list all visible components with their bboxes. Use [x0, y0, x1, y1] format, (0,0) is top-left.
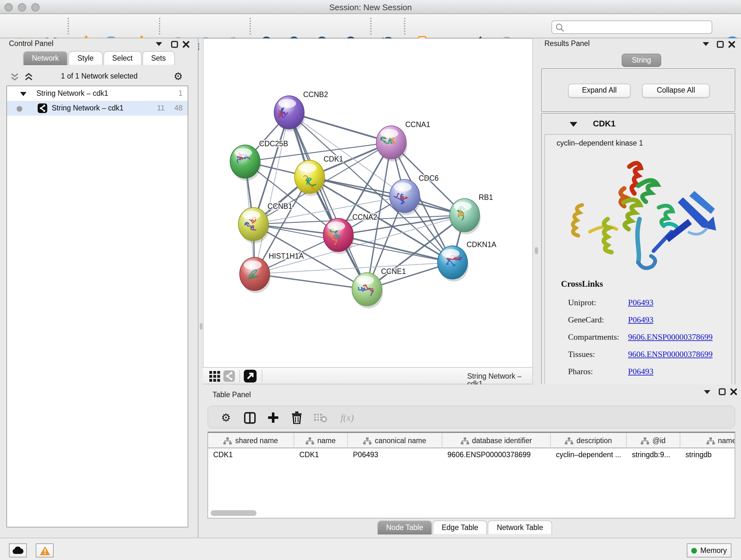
edge-HIST1H1A-CCNE1[interactable]	[255, 274, 367, 289]
node-HIST1H1A[interactable]: HIST1H1A	[240, 252, 304, 293]
float-panel-icon[interactable]	[155, 41, 163, 47]
crosslink-genecard-link[interactable]: P06493	[628, 315, 653, 325]
network-label: String Network – cdk1	[52, 104, 124, 112]
node-CCNA1[interactable]: CCNA1	[376, 120, 430, 162]
column-header-canonical-name[interactable]: canonical name	[348, 433, 442, 448]
splitter-grip	[535, 247, 538, 254]
node-label-CCNE1: CCNE1	[381, 267, 406, 275]
network-row[interactable]: String Network – cdk1 11 48	[7, 101, 188, 116]
float-panel-icon[interactable]	[703, 389, 711, 395]
maximize-panel-icon[interactable]	[171, 41, 178, 48]
crosslink-pharos-link[interactable]: P06493	[628, 367, 653, 377]
network-collection-row[interactable]: String Network – cdk1 1	[7, 86, 188, 101]
table-cell-description[interactable]: cyclin–dependent ...	[556, 451, 623, 462]
column-header--id[interactable]: @id	[627, 433, 680, 448]
collapse-all-button[interactable]: Collapse All	[642, 84, 710, 98]
edge-CCNB2-CCNE1[interactable]	[289, 112, 367, 289]
protein-section-header[interactable]: CDK1	[542, 114, 735, 133]
table-cell-canonical-name[interactable]: P06493	[353, 451, 439, 462]
function-builder-button[interactable]: f(x)	[336, 410, 358, 425]
crosslink-compartments-link[interactable]: 9606.ENSP00000378699	[628, 332, 713, 342]
node-CCNB2[interactable]: CCNB2	[274, 90, 328, 132]
hierarchy-icon	[641, 437, 649, 444]
node-label-CDC6: CDC6	[419, 174, 439, 182]
tab-network-table[interactable]: Network Table	[488, 520, 552, 535]
results-panel-header: Results Panel	[539, 38, 741, 50]
create-column-button[interactable]	[266, 410, 281, 425]
close-panel-icon[interactable]	[730, 388, 737, 395]
table-cell--id[interactable]: stringdb:9...	[632, 451, 677, 462]
network-options-gear-icon[interactable]: ⚙	[174, 70, 183, 82]
birdseye-view-button[interactable]	[208, 370, 221, 382]
table-cell-name[interactable]: CDK1	[299, 451, 344, 462]
tab-node-table[interactable]: Node Table	[377, 520, 432, 535]
table-cell-database-identifier[interactable]: 9606.ENSP00000378699	[448, 451, 547, 462]
tab-style[interactable]: Style	[68, 51, 103, 65]
tab-string[interactable]: String	[622, 54, 661, 67]
delete-table-button[interactable]	[313, 410, 328, 425]
node-label-CDC25B: CDC25B	[259, 139, 288, 148]
tab-select[interactable]: Select	[104, 51, 142, 65]
node-label-RB1: RB1	[479, 193, 493, 201]
crosslink-tissues-link[interactable]: 9606.ENSP00000378699	[628, 349, 713, 360]
network-view[interactable]: CCNB2CCNA1CDC25BCDK1CDC6RB1CCNB1CCNA2CDK…	[203, 38, 532, 367]
delete-column-button[interactable]	[289, 410, 305, 425]
tab-edge-table[interactable]: Edge Table	[433, 520, 487, 535]
node-CDKN1A[interactable]: CDKN1A	[437, 240, 496, 282]
node-CDC6[interactable]: CDC6	[390, 174, 439, 215]
table-cell-namespace[interactable]: stringdb	[685, 451, 735, 462]
table-options-gear-icon[interactable]: ⚙	[218, 410, 233, 425]
node-label-CDK1: CDK1	[324, 155, 343, 163]
left-splitter[interactable]	[199, 38, 203, 538]
open-in-browser-button[interactable]	[244, 370, 257, 382]
close-panel-icon[interactable]	[728, 41, 735, 48]
crosslink-label: Compartments:	[568, 332, 619, 342]
column-header-namespace[interactable]: namespace	[680, 433, 735, 448]
crosslink-row: Compartments:9606.ENSP00000378699	[568, 329, 728, 346]
string-network-icon	[38, 104, 47, 113]
search-icon	[555, 23, 565, 33]
maximize-panel-icon[interactable]	[719, 388, 726, 395]
cloud-status-button[interactable]	[9, 543, 27, 557]
close-panel-icon[interactable]	[183, 41, 190, 48]
crosslink-row: GeneCard:P06493	[568, 312, 728, 329]
share-view-button[interactable]	[223, 370, 235, 382]
table-cell-shared-name[interactable]: CDK1	[213, 451, 290, 462]
column-header-database-identifier[interactable]: database identifier	[442, 433, 551, 448]
horizontal-scrollbar[interactable]	[211, 510, 257, 516]
collection-expander-icon[interactable]	[20, 91, 27, 97]
hierarchy-icon	[306, 437, 314, 444]
edge-CCNB2-HIST1H1A[interactable]	[255, 112, 289, 274]
expand-all-button[interactable]: Expand All	[568, 84, 630, 98]
tab-network[interactable]: Network	[23, 51, 68, 65]
search-input[interactable]	[566, 22, 706, 33]
node-label-CCNA2: CCNA2	[352, 213, 377, 221]
table-panel-title: Table Panel	[212, 391, 251, 398]
node-label-CCNB2: CCNB2	[303, 90, 328, 99]
memory-button[interactable]: Memory	[687, 543, 731, 557]
collection-count: 1	[170, 89, 183, 97]
toolbar-separator	[404, 18, 405, 35]
maximize-panel-icon[interactable]	[717, 41, 724, 48]
float-panel-icon[interactable]	[702, 41, 710, 47]
grid-icon	[209, 371, 220, 381]
crosslink-label: GeneCard:	[568, 315, 604, 325]
warnings-button[interactable]	[36, 543, 54, 557]
section-expander-icon[interactable]	[569, 121, 578, 127]
column-header-name[interactable]: name	[294, 433, 348, 448]
show-columns-button[interactable]	[242, 410, 257, 425]
crosslink-uniprot-link[interactable]: P06493	[628, 298, 653, 308]
toolbar-separator	[68, 18, 69, 35]
node-RB1[interactable]: RB1	[450, 193, 493, 234]
crosslink-label: Uniprot:	[568, 298, 596, 308]
node-CDC25B[interactable]: CDC25B	[230, 139, 288, 181]
network-graph: CCNB2CCNA1CDC25BCDK1CDC6RB1CCNB1CCNA2CDK…	[204, 39, 532, 367]
toolbar-separator	[370, 18, 372, 35]
tab-sets[interactable]: Sets	[142, 51, 175, 65]
table-panel: Table Panel ⚙ f(x) shared namenamecanoni…	[203, 384, 741, 538]
title-bar: Session: New Session	[0, 0, 741, 14]
column-header-shared-name[interactable]: shared name	[208, 433, 294, 448]
cloud-icon	[12, 547, 23, 554]
hierarchy-icon	[363, 437, 372, 444]
column-header-description[interactable]: description	[551, 433, 627, 448]
